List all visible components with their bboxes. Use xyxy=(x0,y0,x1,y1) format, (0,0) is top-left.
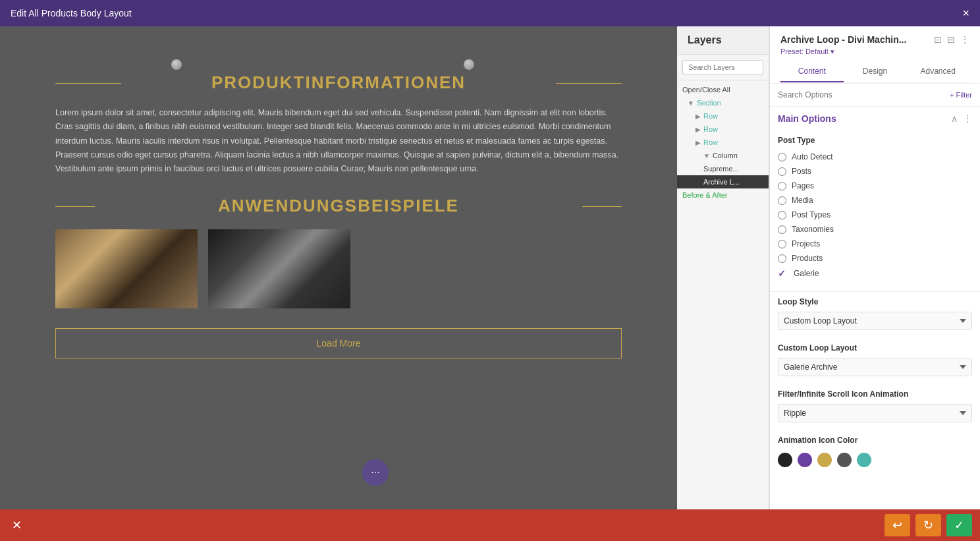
filter-scroll-label: Filter/Infinite Scroll Icon Animation xyxy=(778,389,972,399)
filter-button[interactable]: + Filter xyxy=(950,91,972,99)
undo-button[interactable]: ↩ xyxy=(885,514,910,536)
tab-design[interactable]: Design xyxy=(844,61,907,82)
layer-section[interactable]: ▼ Section xyxy=(677,96,769,109)
right-panel-header: Archive Loop - Divi Machin... ⊡ ⊟ ⋮ Pres… xyxy=(770,26,980,84)
color-swatches xyxy=(778,450,972,467)
preset-label[interactable]: Preset: Default ▾ xyxy=(780,47,969,56)
animation-color-group: Animation Icon Color xyxy=(770,436,980,475)
loop-style-label: Loop Style xyxy=(778,297,972,306)
animation-icon-color-label: Animation Icon Color xyxy=(778,436,972,445)
top-bar-title: Edit All Products Body Layout xyxy=(11,8,132,18)
section-heading-2: ANWENDUNGSBEISPIELE xyxy=(165,196,512,215)
custom-loop-layout-label: Custom Loop Layout xyxy=(778,343,972,353)
radio-input-products[interactable] xyxy=(778,254,786,263)
floating-menu-button[interactable]: ··· xyxy=(362,459,389,486)
gallery-image-2 xyxy=(208,229,350,308)
top-bar: Edit All Products Body Layout × xyxy=(0,0,980,26)
filter-scroll-select[interactable]: Ripple Fade Bounce xyxy=(778,404,972,422)
color-swatch-teal[interactable] xyxy=(857,453,871,467)
radio-input-auto-detect[interactable] xyxy=(778,153,786,161)
radio-products: Products xyxy=(778,252,972,265)
right-panel: Archive Loop - Divi Machin... ⊡ ⊟ ⋮ Pres… xyxy=(769,26,980,509)
post-type-label: Post Type xyxy=(778,136,972,145)
save-button[interactable]: ✓ xyxy=(946,514,972,536)
canvas: PRODUKTINFORMATIONEN Lorem ipsum dolor s… xyxy=(0,26,677,509)
layer-open-close-all[interactable]: Open/Close All xyxy=(677,83,769,96)
check-icon: ✓ xyxy=(778,268,788,279)
toggle-icon: ▼ xyxy=(703,152,710,159)
color-swatch-black[interactable] xyxy=(778,453,792,467)
tab-advanced[interactable]: Advanced xyxy=(906,61,969,82)
resize-handle-right[interactable] xyxy=(464,59,474,70)
radio-input-taxonomies[interactable] xyxy=(778,225,786,234)
layer-archive-loop[interactable]: Archive L... xyxy=(677,175,769,188)
bottom-bar: ✕ ↩ ↻ ✓ xyxy=(0,509,980,541)
radio-input-projects[interactable] xyxy=(778,240,786,248)
divider-1 xyxy=(770,291,980,292)
toggle-icon: ▼ xyxy=(688,100,694,107)
layers-panel-title: Layers xyxy=(677,26,769,55)
filter-scroll-group: Filter/Infinite Scroll Icon Animation Ri… xyxy=(770,389,980,430)
resize-panel-icon[interactable]: ⊡ xyxy=(934,34,942,45)
section-header-icons: ∧ ⋮ xyxy=(951,113,972,124)
layer-supreme-module[interactable]: Supreme... xyxy=(677,162,769,175)
radio-input-media[interactable] xyxy=(778,196,786,205)
tab-content[interactable]: Content xyxy=(780,61,844,82)
search-options-row: + Filter xyxy=(770,84,980,107)
color-swatch-dark[interactable] xyxy=(837,453,852,467)
radio-pages: Pages xyxy=(778,179,972,192)
tabs-row: Content Design Advanced xyxy=(780,61,969,83)
loop-style-group: Loop Style Custom Loop Layout Default Gr… xyxy=(770,297,980,338)
custom-loop-layout-select[interactable]: Galerie Archive Default xyxy=(778,358,972,376)
layer-row-1[interactable]: ▶ Row xyxy=(677,109,769,123)
load-more-button[interactable]: Load More xyxy=(55,328,622,358)
canvas-content: PRODUKTINFORMATIONEN Lorem ipsum dolor s… xyxy=(0,26,677,509)
radio-input-pages[interactable] xyxy=(778,182,786,190)
radio-posts: Posts xyxy=(778,165,972,178)
radio-galerie: ✓ Galerie xyxy=(778,266,972,281)
main-options-section: Main Options ∧ ⋮ Post Type Auto Detect xyxy=(770,107,980,475)
gallery-image-1 xyxy=(55,229,198,308)
color-swatch-purple[interactable] xyxy=(798,453,812,467)
main-options-title: Main Options xyxy=(778,113,836,124)
radio-taxonomies: Taxonomies xyxy=(778,223,972,236)
more-options-icon[interactable]: ⋮ xyxy=(960,34,969,45)
image-gallery xyxy=(55,229,622,308)
post-type-group: Post Type Auto Detect Posts xyxy=(770,136,980,289)
radio-input-posts[interactable] xyxy=(778,167,786,176)
module-title: Archive Loop - Divi Machin... xyxy=(780,34,906,45)
bottom-bar-right: ↩ ↻ ✓ xyxy=(885,514,972,536)
toggle-icon: ▶ xyxy=(695,113,701,120)
lorem-text: Lorem ipsum dolor sit amet, consectetur … xyxy=(55,106,622,176)
search-options-input[interactable] xyxy=(778,90,944,100)
collapse-icon[interactable]: ∧ xyxy=(951,113,958,124)
radio-input-post-types[interactable] xyxy=(778,211,786,219)
loop-style-select[interactable]: Custom Loop Layout Default Grid xyxy=(778,312,972,330)
toggle-icon: ▶ xyxy=(695,126,701,133)
layers-tree: Open/Close All ▼ Section ▶ Row ▶ Row ▶ R… xyxy=(677,80,769,509)
post-type-radio-list: Auto Detect Posts Pages xyxy=(778,150,972,281)
section-heading-1: PRODUKTINFORMATIONEN xyxy=(132,72,545,92)
layer-row-3[interactable]: ▶ Row xyxy=(677,136,769,149)
layer-row-2[interactable]: ▶ Row xyxy=(677,123,769,136)
layer-before-after[interactable]: Before & After xyxy=(677,188,769,202)
main-area: PRODUKTINFORMATIONEN Lorem ipsum dolor s… xyxy=(0,26,980,509)
more-icon[interactable]: ⋮ xyxy=(963,113,972,124)
bottom-bar-left: ✕ xyxy=(8,514,26,536)
split-panel-icon[interactable]: ⊟ xyxy=(947,34,955,45)
layers-panel: Layers Open/Close All ▼ Section ▶ Row ▶ xyxy=(677,26,769,509)
radio-projects: Projects xyxy=(778,237,972,250)
close-button[interactable]: × xyxy=(962,7,969,20)
discard-button[interactable]: ✕ xyxy=(8,514,26,536)
panel-body: + Filter Main Options ∧ ⋮ Post Type xyxy=(770,84,980,509)
main-options-header[interactable]: Main Options ∧ ⋮ xyxy=(770,107,980,130)
layer-column[interactable]: ▼ Column xyxy=(677,149,769,162)
radio-media: Media xyxy=(778,194,972,207)
color-swatch-gold[interactable] xyxy=(817,453,832,467)
resize-handle-left[interactable] xyxy=(171,59,182,70)
redo-button[interactable]: ↻ xyxy=(915,514,941,536)
layers-search-area xyxy=(677,55,769,80)
layers-search-input[interactable] xyxy=(682,60,763,74)
radio-post-types: Post Types xyxy=(778,208,972,221)
custom-loop-layout-group: Custom Loop Layout Galerie Archive Defau… xyxy=(770,343,980,384)
